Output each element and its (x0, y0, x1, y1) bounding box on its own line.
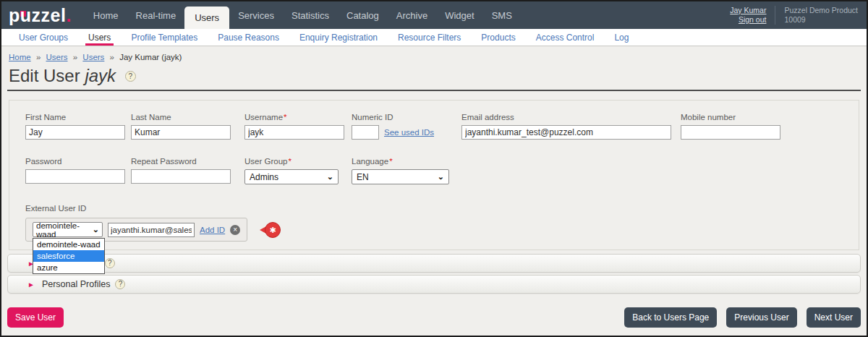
chevron-down-icon: ⌄ (438, 172, 444, 182)
help-icon[interactable]: ? (125, 71, 136, 82)
first-name-label: First Name (25, 113, 125, 121)
repeat-password-input[interactable] (131, 169, 231, 184)
subnav-item-users[interactable]: Users (78, 29, 121, 46)
language-select[interactable]: EN ⌄ (352, 169, 449, 184)
email-field: Email address (461, 113, 671, 140)
sign-out-link[interactable]: Sign out (730, 15, 766, 25)
product-info: Puzzel Demo Product 10009 (784, 6, 858, 25)
repeat-password-field: Repeat Password (131, 157, 231, 184)
last-name-label: Last Name (131, 113, 231, 121)
personal-profiles-label: Personal Profiles (42, 279, 111, 289)
last-name-field: Last Name (131, 113, 231, 140)
breadcrumb-users-1[interactable]: Users (46, 53, 68, 61)
first-name-input[interactable] (25, 125, 125, 140)
provider-selected-value: demointele-waad (36, 221, 87, 239)
nav-item-statistics[interactable]: Statistics (283, 1, 338, 29)
user-form-panel: First Name Last Name Username* Numeric I… (9, 100, 859, 250)
user-group-value: Admins (250, 172, 278, 182)
language-value: EN (357, 172, 369, 182)
nav-item-archive[interactable]: Archive (388, 1, 436, 29)
subnav-item-log[interactable]: Log (604, 29, 639, 46)
page-title: Edit User jayk ? (9, 66, 867, 86)
last-name-input[interactable] (131, 125, 231, 140)
numeric-id-input[interactable] (352, 125, 379, 140)
breadcrumb: Home » Users » Users » Jay Kumar (jayk) (1, 46, 867, 61)
nav-item-services[interactable]: Services (229, 1, 283, 29)
main-menu: Home Real-time Users Services Statistics… (85, 1, 521, 29)
product-name: Puzzel Demo Product (784, 6, 858, 15)
top-nav-right: Jay Kumar Sign out Puzzel Demo Product 1… (730, 1, 867, 29)
title-divider (7, 90, 861, 91)
provider-option-salesforce[interactable]: salesforce (33, 250, 104, 262)
user-name-link[interactable]: Jay Kumar (730, 6, 766, 15)
subnav-item-products[interactable]: Products (471, 29, 525, 46)
required-asterisk: * (288, 157, 291, 166)
numeric-id-label: Numeric ID (352, 113, 456, 121)
nav-item-home[interactable]: Home (85, 1, 127, 29)
subnav-item-access-control[interactable]: Access Control (526, 29, 605, 46)
logo-text: puzzel (9, 5, 66, 26)
see-used-ids-link[interactable]: See used IDs (384, 128, 434, 137)
breadcrumb-current: Jay Kumar (jayk) (119, 53, 182, 61)
personal-profiles-accordion[interactable]: ► Personal Profiles ? (7, 275, 861, 294)
action-bar: Save User Back to Users Page Previous Us… (7, 307, 861, 328)
breadcrumb-separator: » (73, 53, 77, 61)
remove-external-id-icon[interactable]: × (230, 225, 240, 235)
language-field: Language* EN ⌄ (352, 157, 449, 184)
accordion-arrow-icon: ► (27, 281, 35, 289)
provider-option-azure[interactable]: azure (33, 262, 104, 273)
help-icon[interactable]: ? (115, 279, 125, 289)
password-input[interactable] (25, 169, 125, 184)
required-asterisk: * (389, 157, 392, 166)
provider-option-demointele-waad[interactable]: demointele-waad (33, 239, 104, 250)
nav-item-real-time[interactable]: Real-time (127, 1, 185, 29)
repeat-password-label: Repeat Password (131, 157, 231, 166)
chevron-down-icon: ⌄ (93, 225, 99, 234)
password-label: Password (25, 157, 125, 166)
provider-select[interactable]: demointele-waad ⌄ (33, 222, 103, 237)
language-label: Language* (352, 157, 449, 166)
subnav-item-pause-reasons[interactable]: Pause Reasons (208, 29, 289, 46)
nav-item-sms[interactable]: SMS (483, 1, 521, 29)
page-title-username: jayk (85, 66, 116, 85)
external-id-input[interactable] (108, 223, 195, 237)
first-name-field: First Name (25, 113, 125, 140)
subnav-item-user-groups[interactable]: User Groups (9, 29, 78, 46)
sub-nav: User Groups Users Profile Templates Paus… (1, 29, 867, 46)
email-input[interactable] (461, 125, 671, 140)
back-to-users-button[interactable]: Back to Users Page (624, 307, 717, 328)
nav-item-users[interactable]: Users (184, 7, 229, 29)
breadcrumb-home[interactable]: Home (9, 53, 31, 61)
mobile-label: Mobile number (681, 113, 780, 121)
help-icon[interactable]: ? (105, 258, 115, 268)
user-group-field: User Group* Admins ⌄ (244, 157, 339, 184)
save-user-button[interactable]: Save User (7, 307, 64, 328)
mobile-field: Mobile number (681, 113, 780, 140)
breadcrumb-users-2[interactable]: Users (82, 53, 104, 61)
provider-dropdown: demointele-waad salesforce azure (33, 238, 105, 274)
top-nav: puzzel . Home Real-time Users Services S… (1, 1, 867, 29)
mobile-input[interactable] (681, 125, 780, 140)
username-field: Username* (244, 113, 344, 140)
subnav-item-enquiry-registration[interactable]: Enquiry Registration (289, 29, 388, 46)
nav-divider (775, 6, 775, 25)
click-pointer-icon: ✱ (262, 222, 278, 238)
nav-item-catalog[interactable]: Catalog (338, 1, 388, 29)
nav-item-widget[interactable]: Widget (436, 1, 482, 29)
group-profiles-accordion[interactable]: ► Group Profiles ? (7, 254, 861, 273)
external-user-id-section: External User ID demointele-waad ⌄ demoi… (25, 204, 843, 242)
subnav-item-profile-templates[interactable]: Profile Templates (121, 29, 208, 46)
required-asterisk: * (284, 113, 286, 121)
breadcrumb-separator: » (110, 53, 114, 61)
username-input[interactable] (244, 125, 344, 140)
password-field: Password (25, 157, 125, 184)
add-id-link[interactable]: Add ID (200, 226, 225, 234)
subnav-item-resource-filters[interactable]: Resource Filters (388, 29, 471, 46)
logo-dot: . (66, 5, 71, 26)
chevron-down-icon: ⌄ (327, 172, 333, 182)
user-group-select[interactable]: Admins ⌄ (244, 169, 339, 184)
previous-user-button[interactable]: Previous User (726, 307, 796, 328)
external-user-id-label: External User ID (25, 204, 843, 213)
next-user-button[interactable]: Next User (807, 307, 861, 328)
puzzel-logo[interactable]: puzzel . (9, 1, 72, 29)
